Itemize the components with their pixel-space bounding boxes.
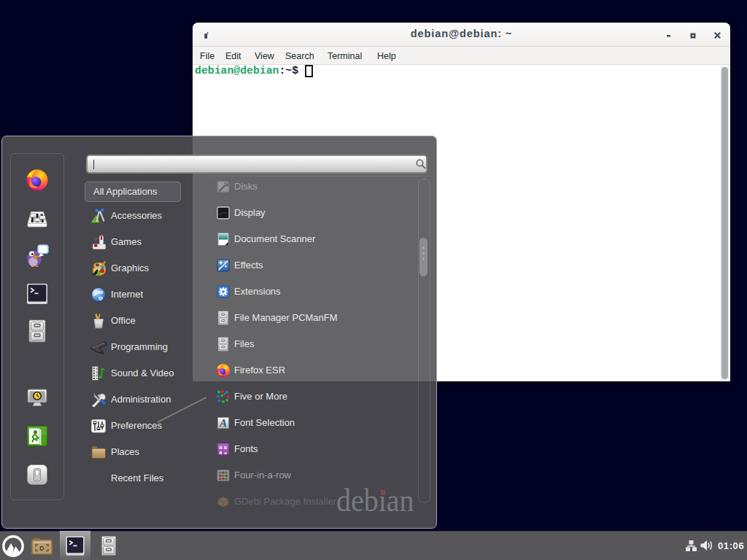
svg-text:a: a: [220, 450, 222, 455]
svg-text:A: A: [219, 417, 227, 429]
svg-text:a: a: [224, 445, 227, 450]
svg-text:a: a: [220, 445, 222, 450]
svg-text:D: D: [39, 545, 44, 552]
svg-text:a: a: [224, 450, 227, 456]
